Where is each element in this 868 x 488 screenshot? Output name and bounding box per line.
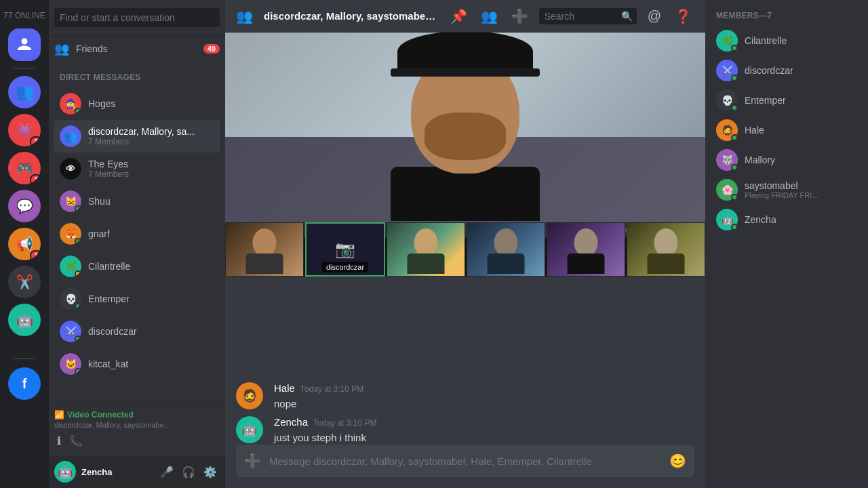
member-avatar-entemper: 💀 (716, 89, 738, 111)
user-info: Zencha (81, 467, 113, 477)
dm-name-hoges: Hoges (88, 98, 214, 109)
conversation-search[interactable] (54, 8, 220, 27)
user-panel: 🤖 Zencha 🎤 🎧 ⚙️ (49, 455, 225, 488)
attach-button[interactable]: ➕ (241, 445, 264, 477)
channel-sidebar: 👥 Friends 49 DIRECT MESSAGES 🧙 Hoges 👥 d… (49, 0, 225, 488)
status-dot-discordczar (731, 75, 738, 81)
member-item-cilantrelle[interactable]: 🌿 Cilantrelle (711, 26, 863, 56)
member-item-discordczar[interactable]: ⚔️ discordczar (711, 56, 863, 85)
dm-item-cilantrelle[interactable]: 🌿 Cilantrelle (54, 250, 220, 283)
member-item-entemper[interactable]: 💀 Entemper (711, 85, 863, 115)
pin-button[interactable]: 📌 (448, 5, 470, 27)
member-name-hale: Hale (745, 125, 764, 136)
at-button[interactable]: @ (645, 5, 664, 26)
server-icon-crossout[interactable]: ✂️ (8, 266, 41, 298)
message-input-container: ➕ 😊 (236, 445, 694, 477)
members-button[interactable]: 👥 (478, 5, 500, 27)
dm-item-entemper[interactable]: 💀 Entemper (54, 283, 220, 315)
status-dot-hale (731, 134, 738, 141)
server-badge-gaming: 1 (30, 174, 41, 184)
dm-item-discordczar[interactable]: ⚔️ discordczar (54, 315, 220, 348)
video-thumb-1[interactable] (225, 222, 304, 277)
add-member-button[interactable]: ➕ (509, 5, 531, 27)
emoji-button[interactable]: 😊 (667, 445, 689, 477)
msg-content-hale: Hale Today at 3:10 PM nope (274, 382, 694, 411)
member-name-saystomabel: saystomabel (745, 180, 818, 191)
dm-name-cilantrelle: Cilantrelle (88, 261, 214, 272)
friends-icon: 👥 (54, 41, 69, 56)
dm-item-group1[interactable]: 👥 discordczar, Mallory, sa... 7 Members (54, 120, 220, 152)
msg-timestamp-zencha: Today at 3:10 PM (313, 418, 376, 428)
dm-info-gnarf: gnarf (88, 228, 214, 239)
server-icon-discord[interactable]: 💬 (8, 190, 41, 222)
dm-name-kitcat: kitcat_kat (88, 359, 214, 369)
online-count: 77 ONLINE (3, 8, 45, 23)
dm-item-gnarf[interactable]: 🦊 gnarf (54, 218, 220, 250)
dm-info-cilantrelle: Cilantrelle (88, 261, 214, 272)
voice-connected-panel: 📶 Video Connected discordczar, Mallory, … (49, 404, 225, 455)
mute-button[interactable]: 🎤 (157, 463, 176, 481)
msg-author-zencha: Zencha (274, 416, 308, 428)
status-gnarf (75, 238, 81, 245)
server-icon-friends[interactable]: 👥 (8, 76, 41, 108)
friends-nav-item[interactable]: 👥 Friends 49 (49, 36, 225, 62)
user-controls: 🎤 🎧 ⚙️ (157, 463, 220, 481)
message-group-hale: 🧔 Hale Today at 3:10 PM nope (236, 382, 694, 411)
message-input[interactable] (269, 447, 661, 475)
member-item-hale[interactable]: 🧔 Hale (711, 115, 863, 145)
voice-info-button[interactable]: ℹ (54, 432, 64, 450)
dm-item-theeyes[interactable]: 👁 The Eyes 7 Members (54, 152, 220, 185)
video-thumb-5[interactable] (547, 222, 625, 277)
dm-avatar-theeyes: 👁 (60, 158, 81, 180)
server-icon-s1[interactable]: 👾 1 (8, 114, 41, 146)
server-icon-announce[interactable]: 📢 1 (8, 228, 41, 260)
friends-badge: 49 (203, 44, 220, 54)
server-icon-bot[interactable]: 🤖 NEW (8, 304, 41, 336)
server-icon-facebook[interactable]: f (8, 367, 41, 400)
dm-info-hoges: Hoges (88, 98, 214, 109)
dm-avatar-cilantrelle: 🌿 (60, 256, 81, 277)
camera-icon: 📷 (335, 240, 355, 259)
dm-item-kitcat[interactable]: 🐱 kitcat_kat (54, 348, 220, 380)
status-cilantrelle (75, 270, 81, 277)
member-item-zencha[interactable]: 🤖 Zencha (711, 205, 863, 235)
server-badge-s1: 1 (30, 136, 41, 146)
video-thumb-3[interactable] (387, 222, 465, 277)
dm-name-shuu: Shuu (88, 196, 214, 207)
status-dot-entemper (731, 104, 738, 111)
msg-author-hale: Hale (274, 382, 295, 394)
settings-button[interactable]: ⚙️ (201, 463, 220, 481)
dm-avatar-gnarf: 🦊 (60, 223, 81, 245)
msg-avatar-hale: 🧔 (236, 382, 263, 409)
deafen-button[interactable]: 🎧 (179, 463, 198, 481)
member-name-entemper: Entemper (745, 95, 786, 106)
dm-name-group1: discordczar, Mallory, sa... (88, 126, 214, 137)
server-badge-announce: 1 (30, 250, 41, 260)
member-avatar-cilantrelle: 🌿 (716, 30, 738, 52)
search-icon: 🔍 (621, 11, 633, 22)
status-entemper (75, 303, 81, 310)
members-section-label: MEMBERS—7 (711, 11, 863, 26)
msg-header-zencha: Zencha Today at 3:10 PM (274, 416, 694, 428)
voice-disconnect-button[interactable]: 📞 (66, 432, 85, 450)
help-button[interactable]: ❓ (672, 5, 694, 27)
member-item-mallory[interactable]: 🐺 Mallory (711, 145, 863, 175)
video-thumb-discordczar[interactable]: 📷 discordczar (305, 222, 385, 277)
server-icon-gaming[interactable]: 🎮 1 (8, 152, 41, 184)
video-thumb-6[interactable] (627, 222, 705, 277)
dm-item-shuu[interactable]: 😸 Shuu (54, 185, 220, 218)
member-name-zencha: Zencha (745, 214, 776, 225)
channel-title: discordczar, Mallory, saystomabel, Hale,… (264, 10, 437, 22)
member-item-saystomabel[interactable]: 🌸 saystomabel Playing FRIDAY FRI... (711, 175, 863, 205)
server-bar: 77 ONLINE 👥 👾 1 🎮 1 💬 📢 1 ✂️ 🤖 NEW f (0, 0, 49, 488)
voice-status-label: 📶 Video Connected (54, 410, 220, 420)
status-kitcat (75, 368, 81, 375)
dm-icon: 👥 (236, 8, 253, 24)
voice-connected-sub: discordczar, Mallory, saystomabe... (54, 421, 220, 429)
video-thumb-4[interactable] (467, 222, 545, 277)
server-icon-home[interactable] (8, 28, 41, 61)
dm-name-theeyes: The Eyes (88, 159, 214, 169)
member-avatar-mallory: 🐺 (716, 149, 738, 171)
member-name-mallory: Mallory (745, 155, 775, 165)
dm-item-hoges[interactable]: 🧙 Hoges (54, 87, 220, 120)
